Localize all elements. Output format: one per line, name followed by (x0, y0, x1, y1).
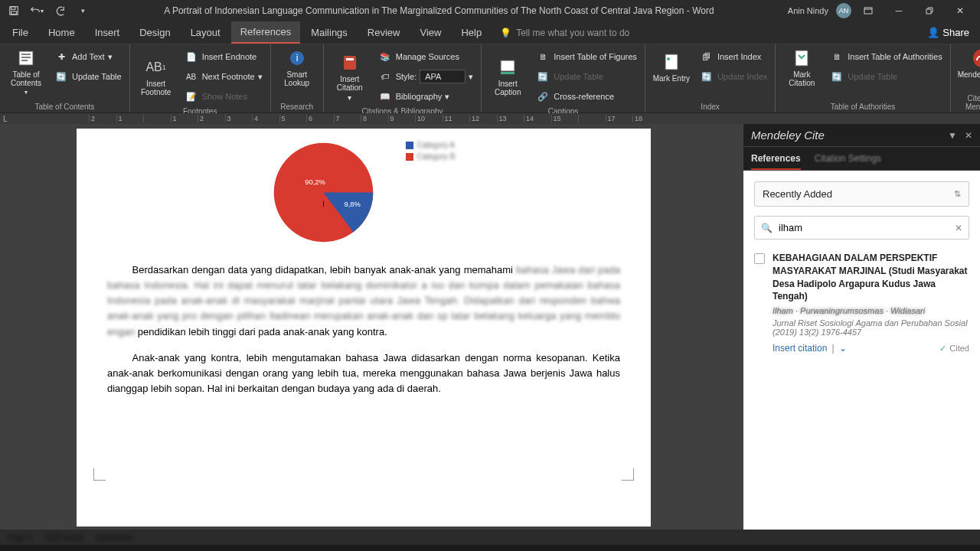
tell-me-label: Tell me what you want to do (516, 28, 629, 38)
redo-icon[interactable] (52, 3, 67, 18)
user-avatar[interactable]: AN (836, 3, 851, 18)
document-page[interactable]: 90,2% 9,8% Category A Category B Berdasa… (77, 129, 651, 527)
content-area: 90,2% 9,8% Category A Category B Berdasa… (0, 124, 980, 530)
footnote-icon: AB1 (145, 57, 167, 78)
ribbon: Table of Contents ▾ ✚Add Text ▾ 🔄Update … (0, 44, 980, 113)
cited-badge: ✓ Cited (939, 344, 969, 354)
insert-endnote-button[interactable]: 📄Insert Endnote (181, 47, 266, 66)
status-bar: Page 4 1200 words Indonesian (0, 530, 980, 545)
tab-file[interactable]: File (3, 22, 38, 43)
document-area[interactable]: 90,2% 9,8% Category A Category B Berdasa… (0, 124, 743, 530)
add-text-button[interactable]: ✚Add Text ▾ (51, 47, 125, 66)
auth-icon: 🗎 (829, 49, 844, 64)
pane-tabs: References Citation Settings (743, 147, 980, 171)
manage-sources-icon: 📚 (377, 49, 393, 64)
clear-search-icon[interactable]: ✕ (955, 223, 962, 233)
paragraph-1[interactable]: Berdasarkan dengan data yang didapatkan,… (107, 262, 620, 340)
cross-ref-icon: 🔗 (535, 89, 550, 104)
ruler: L 211234567891011121314151718 (0, 113, 980, 124)
style-selector[interactable]: 🏷Style: APA ▾ (374, 67, 477, 86)
mark-entry-button[interactable]: Mark Entry (650, 47, 693, 86)
pane-tab-references[interactable]: References (751, 153, 801, 170)
pane-title: Mendeley Cite (751, 129, 825, 142)
next-footnote-button[interactable]: ABNext Footnote ▾ (181, 67, 266, 86)
filter-dropdown[interactable]: Recently Added ⇅ (754, 181, 969, 207)
mendeley-pane: Mendeley Cite ▼ ✕ References Citation Se… (743, 124, 980, 530)
tab-design[interactable]: Design (130, 22, 179, 43)
chevron-down-icon[interactable]: ⌄ (839, 343, 847, 354)
bibliography-button[interactable]: 📖Bibliography ▾ (374, 87, 477, 106)
svg-rect-9 (346, 58, 354, 60)
tab-references[interactable]: References (231, 21, 300, 44)
lightbulb-icon: 💡 (500, 28, 511, 38)
figures-icon: 🗎 (535, 49, 550, 64)
tab-mailings[interactable]: Mailings (302, 22, 357, 43)
tab-layout[interactable]: Layout (181, 22, 230, 43)
insert-footnote-button[interactable]: AB1 Insert Footnote (135, 47, 178, 106)
qat-customize-icon[interactable]: ▾ (75, 3, 90, 18)
mark-citation-button[interactable]: Mark Citation (780, 47, 823, 87)
close-icon[interactable]: ✕ (946, 1, 974, 21)
toc-icon (15, 47, 37, 69)
tab-help[interactable]: Help (452, 22, 491, 43)
check-icon: ✓ (939, 344, 946, 354)
tab-insert[interactable]: Insert (86, 22, 129, 43)
undo-icon[interactable]: ▾ (29, 3, 44, 18)
svg-rect-10 (501, 60, 514, 71)
update-icon: 🔄 (54, 69, 69, 84)
insert-caption-button[interactable]: Insert Caption (486, 47, 529, 106)
pie-label-2: 9,8% (345, 200, 361, 208)
user-name: Anin Nindy (788, 6, 828, 15)
svg-text:i: i (296, 53, 298, 64)
save-icon[interactable] (6, 3, 21, 18)
pie-label-1: 90,2% (305, 178, 326, 186)
tab-review[interactable]: Review (358, 22, 410, 43)
minimize-icon[interactable]: ─ (885, 1, 913, 21)
search-box[interactable]: 🔍 ✕ (754, 216, 969, 240)
update-table-button[interactable]: 🔄Update Table (51, 67, 125, 86)
tab-view[interactable]: View (410, 22, 450, 43)
manage-sources-button[interactable]: 📚Manage Sources (374, 47, 477, 66)
update-fig-icon: 🔄 (535, 69, 550, 84)
reference-item[interactable]: KEBAHAGIAAN DALAM PERSPEKTIF MASYARAKAT … (754, 252, 969, 354)
reference-journal: Jurnal Riset Sosiologi Agama dan Perubah… (773, 318, 969, 337)
status-page[interactable]: Page 4 (8, 533, 32, 542)
svg-rect-8 (344, 56, 356, 70)
insert-table-figures-button[interactable]: 🗎Insert Table of Figures (532, 47, 640, 66)
ribbon-display-icon[interactable] (854, 1, 882, 21)
paragraph-2[interactable]: Anak-anak yang kontra, lebih mengutamaka… (107, 350, 620, 396)
tab-home[interactable]: Home (39, 22, 84, 43)
group-toc: Table of Contents (5, 103, 125, 111)
pane-close-icon[interactable]: ✕ (965, 130, 972, 141)
table-of-contents-button[interactable]: Table of Contents ▾ (5, 47, 47, 96)
status-words[interactable]: 1200 words (44, 533, 84, 542)
page-margin-corner-br (622, 468, 634, 481)
smart-lookup-icon: i (286, 47, 308, 69)
reference-checkbox[interactable] (754, 253, 765, 264)
pane-tab-settings[interactable]: Citation Settings (815, 153, 881, 170)
svg-rect-1 (11, 7, 15, 10)
status-lang[interactable]: Indonesian (96, 533, 133, 542)
search-input[interactable] (779, 222, 949, 233)
toc-label: Table of Contents (5, 70, 47, 87)
insert-index-button[interactable]: 🗐Insert Index (696, 47, 770, 66)
insert-authorities-button[interactable]: 🗎Insert Table of Authorities (826, 47, 945, 66)
share-label: Share (942, 27, 969, 38)
mendeley-cite-button[interactable]: Mendeley Cite (956, 47, 980, 79)
smart-lookup-button[interactable]: i Smart Lookup (276, 47, 318, 87)
share-button[interactable]: 👤 Share (927, 27, 977, 38)
maximize-icon[interactable] (916, 1, 943, 21)
insert-index-icon: 🗐 (699, 49, 714, 64)
insert-citation-button[interactable]: Insert Citation▾ (328, 47, 371, 106)
endnote-icon: 📄 (184, 49, 199, 64)
cross-reference-button[interactable]: 🔗Cross-reference (532, 87, 640, 106)
pane-dropdown-icon[interactable]: ▼ (948, 130, 957, 141)
update-index-button: 🔄Update Index (696, 67, 770, 86)
next-footnote-icon: AB (184, 69, 199, 84)
svg-rect-4 (926, 9, 931, 14)
search-icon: 🔍 (761, 223, 773, 233)
insert-citation-link[interactable]: Insert citation | ⌄ (773, 343, 847, 354)
tell-me-search[interactable]: 💡 Tell me what you want to do (500, 28, 629, 38)
caption-icon (497, 57, 518, 78)
show-notes-icon: 📝 (184, 89, 199, 104)
